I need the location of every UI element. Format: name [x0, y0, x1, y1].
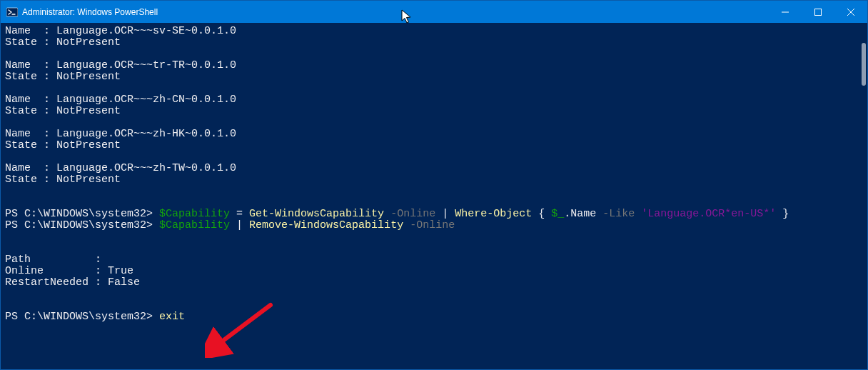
scrollbar[interactable]	[857, 23, 867, 369]
window-title: Administrator: Windows PowerShell	[22, 7, 158, 17]
minimize-button[interactable]	[769, 1, 802, 23]
svg-rect-3	[815, 9, 822, 15]
powershell-icon	[6, 6, 18, 18]
powershell-window: Administrator: Windows PowerShell Name :…	[0, 0, 868, 370]
svg-rect-0	[6, 8, 18, 16]
scrollbar-thumb[interactable]	[862, 43, 866, 86]
titlebar[interactable]: Administrator: Windows PowerShell	[1, 1, 867, 23]
terminal-output[interactable]: Name : Language.OCR~~~sv-SE~0.0.1.0State…	[1, 23, 857, 369]
close-button[interactable]	[834, 1, 867, 23]
maximize-button[interactable]	[802, 1, 834, 23]
